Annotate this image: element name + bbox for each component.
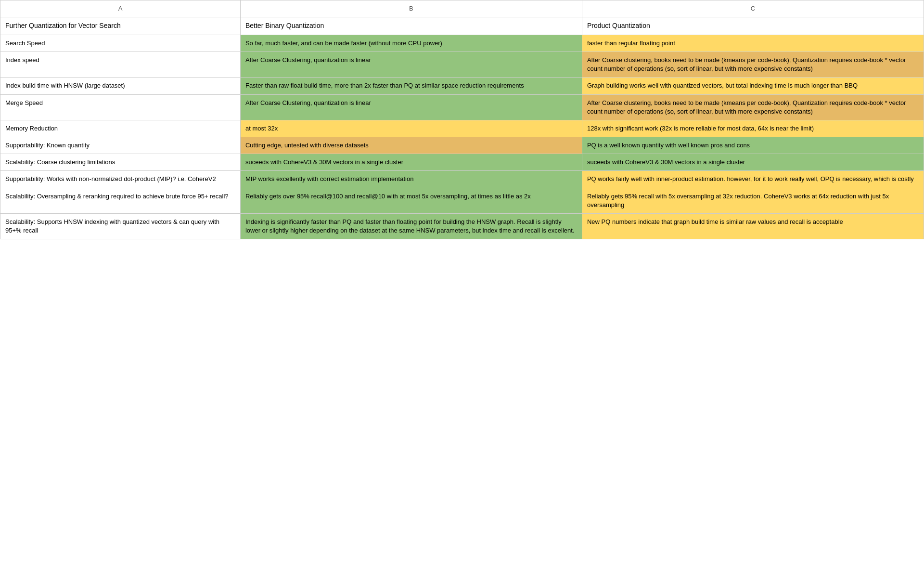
table-row: Index speedAfter Coarse Clustering, quan… <box>0 52 924 77</box>
table-row: Scalability: Supports HNSW indexing with… <box>0 214 924 239</box>
row-b-search-speed: So far, much faster, and can be made fas… <box>240 35 582 52</box>
row-b-supportability-mip: MIP works excellently with correct estim… <box>240 171 582 188</box>
row-b-scalability-hnsw: Indexing is significantly faster than PQ… <box>240 214 582 239</box>
row-label-index-build-time: Index build time with HNSW (large datase… <box>0 78 241 94</box>
table-row: Merge SpeedAfter Coarse Clustering, quan… <box>0 94 924 120</box>
table-row: Scalability: Coarse clustering limitatio… <box>0 154 924 171</box>
col-header-c: C <box>582 0 924 17</box>
table-row: Memory Reductionat most 32x128x with sig… <box>0 120 924 137</box>
row-label-merge-speed: Merge Speed <box>0 94 241 120</box>
table-row: Supportability: Known quantityCutting ed… <box>0 137 924 154</box>
row-b-index-speed: After Coarse Clustering, quantization is… <box>240 52 582 77</box>
row-c-scalability-oversampling: Reliably gets 95% recall with 5x oversam… <box>582 188 924 213</box>
table-row: Search SpeedSo far, much faster, and can… <box>0 35 924 52</box>
row-label-scalability-oversampling: Scalability: Oversampling & reranking re… <box>0 188 241 213</box>
table-row: Index build time with HNSW (large datase… <box>0 78 924 94</box>
row-c-merge-speed: After Coarse clustering, books need to b… <box>582 94 924 120</box>
row-b-merge-speed: After Coarse Clustering, quantization is… <box>240 94 582 120</box>
row-c-scalability-coarse: suceeds with CohereV3 & 30M vectors in a… <box>582 154 924 171</box>
row-c-search-speed: faster than regular floating point <box>582 35 924 52</box>
row-c-memory-reduction: 128x with significant work (32x is more … <box>582 120 924 137</box>
row-b-scalability-coarse: suceeds with CohereV3 & 30M vectors in a… <box>240 154 582 171</box>
table-title-a: Further Quantization for Vector Search <box>0 17 241 35</box>
row-label-memory-reduction: Memory Reduction <box>0 120 241 137</box>
row-c-supportability-known: PQ is a well known quantity with well kn… <box>582 137 924 154</box>
col-header-a: A <box>0 0 241 17</box>
row-label-index-speed: Index speed <box>0 52 241 77</box>
row-b-supportability-known: Cutting edge, untested with diverse data… <box>240 137 582 154</box>
row-b-index-build-time: Faster than raw float build time, more t… <box>240 78 582 94</box>
table-title-b: Better Binary Quantization <box>240 17 582 35</box>
row-label-scalability-coarse: Scalability: Coarse clustering limitatio… <box>0 154 241 171</box>
row-b-scalability-oversampling: Reliably gets over 95% recall@100 and re… <box>240 188 582 213</box>
row-c-index-build-time: Graph building works well with quantized… <box>582 78 924 94</box>
row-label-search-speed: Search Speed <box>0 35 241 52</box>
col-header-b: B <box>240 0 582 17</box>
row-b-memory-reduction: at most 32x <box>240 120 582 137</box>
row-label-supportability-mip: Supportability: Works with non-normalize… <box>0 171 241 188</box>
row-c-scalability-hnsw: New PQ numbers indicate that graph build… <box>582 214 924 239</box>
table-row: Supportability: Works with non-normalize… <box>0 171 924 188</box>
row-label-scalability-hnsw: Scalability: Supports HNSW indexing with… <box>0 214 241 239</box>
row-c-index-speed: After Coarse clustering, books need to b… <box>582 52 924 77</box>
row-label-supportability-known: Supportability: Known quantity <box>0 137 241 154</box>
row-c-supportability-mip: PQ works fairly well with inner-product … <box>582 171 924 188</box>
table-row: Scalability: Oversampling & reranking re… <box>0 188 924 213</box>
table-title-c: Product Quantization <box>582 17 924 35</box>
